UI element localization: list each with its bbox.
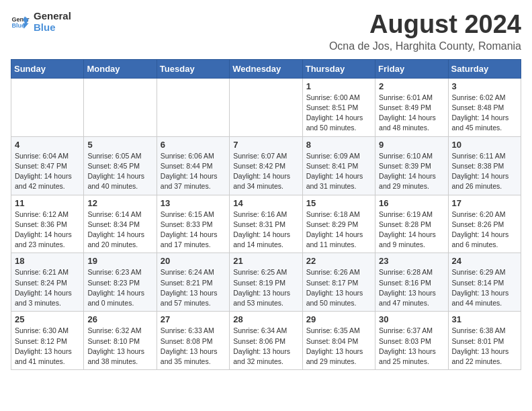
day-number: 10	[452, 140, 517, 150]
day-number: 26	[87, 314, 152, 324]
cell-sun-info: Sunrise: 6:19 AMSunset: 8:28 PMDaylight:…	[379, 210, 444, 250]
calendar-cell: 6Sunrise: 6:06 AMSunset: 8:44 PMDaylight…	[157, 136, 229, 195]
header-sunday: Sunday	[11, 59, 84, 78]
cell-sun-info: Sunrise: 6:18 AMSunset: 8:29 PMDaylight:…	[306, 210, 371, 250]
week-row-1: 1Sunrise: 6:00 AMSunset: 8:51 PMDaylight…	[11, 78, 521, 136]
day-number: 3	[452, 81, 517, 91]
day-number: 5	[87, 140, 152, 150]
cell-sun-info: Sunrise: 6:16 AMSunset: 8:31 PMDaylight:…	[233, 210, 298, 250]
calendar-cell: 29Sunrise: 6:35 AMSunset: 8:04 PMDayligh…	[302, 312, 375, 370]
cell-sun-info: Sunrise: 6:26 AMSunset: 8:17 PMDaylight:…	[306, 267, 371, 308]
cell-sun-info: Sunrise: 6:11 AMSunset: 8:38 PMDaylight:…	[452, 151, 517, 192]
calendar-cell: 28Sunrise: 6:34 AMSunset: 8:06 PMDayligh…	[230, 312, 302, 370]
cell-sun-info: Sunrise: 6:34 AMSunset: 8:06 PMDaylight:…	[233, 326, 298, 367]
day-number: 25	[15, 314, 80, 324]
calendar-cell: 30Sunrise: 6:37 AMSunset: 8:03 PMDayligh…	[375, 312, 448, 370]
month-title: August 2024	[329, 11, 521, 39]
cell-sun-info: Sunrise: 6:15 AMSunset: 8:33 PMDaylight:…	[161, 210, 226, 250]
calendar-cell: 22Sunrise: 6:26 AMSunset: 8:17 PMDayligh…	[302, 253, 375, 312]
cell-sun-info: Sunrise: 6:21 AMSunset: 8:24 PMDaylight:…	[15, 267, 80, 308]
header-monday: Monday	[84, 59, 157, 78]
day-number: 29	[306, 314, 371, 324]
page-header: General Blue General Blue August 2024 Oc…	[11, 11, 521, 52]
calendar-cell: 8Sunrise: 6:09 AMSunset: 8:41 PMDaylight…	[302, 136, 375, 195]
title-area: August 2024 Ocna de Jos, Harghita County…	[329, 11, 521, 52]
cell-sun-info: Sunrise: 6:12 AMSunset: 8:36 PMDaylight:…	[15, 210, 80, 250]
day-number: 17	[452, 198, 517, 208]
week-row-4: 18Sunrise: 6:21 AMSunset: 8:24 PMDayligh…	[11, 253, 521, 312]
day-number: 18	[15, 256, 80, 266]
calendar-cell: 15Sunrise: 6:18 AMSunset: 8:29 PMDayligh…	[302, 195, 375, 253]
calendar-cell: 20Sunrise: 6:24 AMSunset: 8:21 PMDayligh…	[157, 253, 229, 312]
cell-sun-info: Sunrise: 6:24 AMSunset: 8:21 PMDaylight:…	[161, 267, 226, 308]
day-number: 24	[452, 256, 517, 266]
calendar-cell: 26Sunrise: 6:32 AMSunset: 8:10 PMDayligh…	[84, 312, 157, 370]
day-number: 2	[379, 81, 444, 91]
calendar-cell: 24Sunrise: 6:29 AMSunset: 8:14 PMDayligh…	[448, 253, 521, 312]
cell-sun-info: Sunrise: 6:25 AMSunset: 8:19 PMDaylight:…	[233, 267, 298, 308]
calendar-cell: 11Sunrise: 6:12 AMSunset: 8:36 PMDayligh…	[11, 195, 84, 253]
logo-general: General	[34, 11, 71, 22]
calendar-cell: 16Sunrise: 6:19 AMSunset: 8:28 PMDayligh…	[375, 195, 448, 253]
logo-blue: Blue	[34, 22, 71, 34]
calendar-cell: 21Sunrise: 6:25 AMSunset: 8:19 PMDayligh…	[230, 253, 302, 312]
day-number: 1	[306, 81, 371, 91]
header-thursday: Thursday	[302, 59, 375, 78]
calendar-cell: 1Sunrise: 6:00 AMSunset: 8:51 PMDaylight…	[302, 78, 375, 136]
cell-sun-info: Sunrise: 6:23 AMSunset: 8:23 PMDaylight:…	[87, 267, 152, 308]
cell-sun-info: Sunrise: 6:32 AMSunset: 8:10 PMDaylight:…	[87, 326, 152, 367]
calendar-cell: 5Sunrise: 6:05 AMSunset: 8:45 PMDaylight…	[84, 136, 157, 195]
day-number: 13	[161, 198, 226, 208]
day-number: 16	[379, 198, 444, 208]
cell-sun-info: Sunrise: 6:33 AMSunset: 8:08 PMDaylight:…	[161, 326, 226, 367]
cell-sun-info: Sunrise: 6:04 AMSunset: 8:47 PMDaylight:…	[15, 151, 80, 192]
calendar-cell: 4Sunrise: 6:04 AMSunset: 8:47 PMDaylight…	[11, 136, 84, 195]
calendar-cell: 31Sunrise: 6:38 AMSunset: 8:01 PMDayligh…	[448, 312, 521, 370]
header-row: SundayMondayTuesdayWednesdayThursdayFrid…	[11, 59, 521, 78]
cell-sun-info: Sunrise: 6:05 AMSunset: 8:45 PMDaylight:…	[87, 151, 152, 192]
cell-sun-info: Sunrise: 6:38 AMSunset: 8:01 PMDaylight:…	[452, 326, 517, 367]
day-number: 27	[161, 314, 226, 324]
day-number: 22	[306, 256, 371, 266]
header-friday: Friday	[375, 59, 448, 78]
cell-sun-info: Sunrise: 6:28 AMSunset: 8:16 PMDaylight:…	[379, 267, 444, 308]
cell-sun-info: Sunrise: 6:01 AMSunset: 8:49 PMDaylight:…	[379, 93, 444, 134]
cell-sun-info: Sunrise: 6:37 AMSunset: 8:03 PMDaylight:…	[379, 326, 444, 367]
day-number: 20	[161, 256, 226, 266]
calendar-table: SundayMondayTuesdayWednesdayThursdayFrid…	[11, 59, 521, 370]
calendar-cell: 12Sunrise: 6:14 AMSunset: 8:34 PMDayligh…	[84, 195, 157, 253]
calendar-cell: 2Sunrise: 6:01 AMSunset: 8:49 PMDaylight…	[375, 78, 448, 136]
day-number: 11	[15, 198, 80, 208]
cell-sun-info: Sunrise: 6:02 AMSunset: 8:48 PMDaylight:…	[452, 93, 517, 134]
day-number: 4	[15, 140, 80, 150]
day-number: 28	[233, 314, 298, 324]
cell-sun-info: Sunrise: 6:30 AMSunset: 8:12 PMDaylight:…	[15, 326, 80, 367]
calendar-cell: 19Sunrise: 6:23 AMSunset: 8:23 PMDayligh…	[84, 253, 157, 312]
svg-text:Blue: Blue	[11, 22, 25, 29]
day-number: 6	[161, 140, 226, 150]
calendar-cell: 10Sunrise: 6:11 AMSunset: 8:38 PMDayligh…	[448, 136, 521, 195]
calendar-cell: 27Sunrise: 6:33 AMSunset: 8:08 PMDayligh…	[157, 312, 229, 370]
cell-sun-info: Sunrise: 6:35 AMSunset: 8:04 PMDaylight:…	[306, 326, 371, 367]
header-wednesday: Wednesday	[230, 59, 302, 78]
calendar-cell	[230, 78, 302, 136]
calendar-cell: 7Sunrise: 6:07 AMSunset: 8:42 PMDaylight…	[230, 136, 302, 195]
header-tuesday: Tuesday	[157, 59, 229, 78]
week-row-5: 25Sunrise: 6:30 AMSunset: 8:12 PMDayligh…	[11, 312, 521, 370]
cell-sun-info: Sunrise: 6:07 AMSunset: 8:42 PMDaylight:…	[233, 151, 298, 192]
day-number: 12	[87, 198, 152, 208]
day-number: 15	[306, 198, 371, 208]
day-number: 23	[379, 256, 444, 266]
calendar-cell: 25Sunrise: 6:30 AMSunset: 8:12 PMDayligh…	[11, 312, 84, 370]
week-row-3: 11Sunrise: 6:12 AMSunset: 8:36 PMDayligh…	[11, 195, 521, 253]
cell-sun-info: Sunrise: 6:20 AMSunset: 8:26 PMDaylight:…	[452, 210, 517, 250]
calendar-cell: 17Sunrise: 6:20 AMSunset: 8:26 PMDayligh…	[448, 195, 521, 253]
week-row-2: 4Sunrise: 6:04 AMSunset: 8:47 PMDaylight…	[11, 136, 521, 195]
cell-sun-info: Sunrise: 6:29 AMSunset: 8:14 PMDaylight:…	[452, 267, 517, 308]
day-number: 19	[87, 256, 152, 266]
cell-sun-info: Sunrise: 6:09 AMSunset: 8:41 PMDaylight:…	[306, 151, 371, 192]
day-number: 14	[233, 198, 298, 208]
cell-sun-info: Sunrise: 6:10 AMSunset: 8:39 PMDaylight:…	[379, 151, 444, 192]
location-subtitle: Ocna de Jos, Harghita County, Romania	[329, 40, 521, 52]
calendar-cell: 13Sunrise: 6:15 AMSunset: 8:33 PMDayligh…	[157, 195, 229, 253]
